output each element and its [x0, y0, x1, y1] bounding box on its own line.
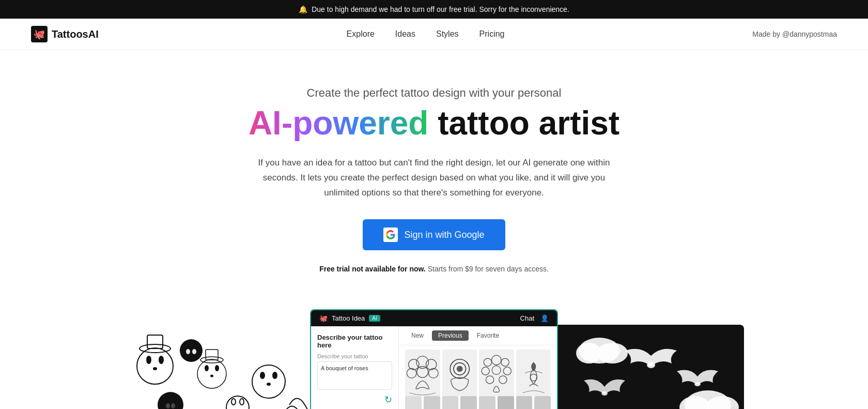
svg-point-19: [184, 341, 189, 348]
banner-text: Due to high demand we had to turn off ou…: [312, 5, 569, 13]
svg-point-47: [499, 376, 507, 384]
svg-point-54: [597, 343, 628, 363]
trial-text: Free trial not available for now. Starts…: [319, 265, 549, 273]
bats-illustration: [558, 325, 744, 409]
svg-point-41: [491, 355, 501, 365]
small-img-8[interactable]: [534, 396, 551, 409]
svg-point-33: [426, 359, 437, 370]
svg-point-42: [501, 358, 509, 366]
hero-title: AI-powered tattoo artist: [222, 105, 646, 141]
app-gallery: New Previous Favorite: [399, 326, 557, 409]
svg-point-26: [166, 403, 170, 408]
svg-point-25: [173, 396, 177, 402]
svg-point-30: [240, 399, 244, 405]
svg-point-36: [429, 369, 439, 378]
google-icon: [383, 228, 398, 242]
trial-details: Starts from $9 for seven days access.: [426, 265, 549, 273]
small-img-6[interactable]: [498, 396, 514, 409]
svg-point-5: [153, 367, 157, 370]
svg-point-22: [192, 349, 196, 354]
google-signin-label: Sign in with Google: [404, 230, 484, 240]
hero-subtitle: Create the perfect tattoo design with yo…: [222, 86, 646, 100]
svg-point-8: [197, 359, 226, 388]
bell-icon: 🔔: [299, 5, 307, 13]
svg-point-10: [215, 365, 219, 371]
tab-favorite[interactable]: Favorite: [471, 330, 505, 341]
svg-point-23: [158, 392, 183, 409]
trial-bold: Free trial not available for now.: [319, 265, 426, 273]
nav-links: Explore Ideas Styles Pricing: [347, 29, 505, 39]
svg-point-4: [159, 356, 164, 364]
svg-point-17: [267, 383, 271, 386]
nav-styles[interactable]: Styles: [436, 29, 459, 38]
svg-rect-13: [206, 350, 218, 360]
svg-point-9: [205, 365, 209, 371]
nav-ideas[interactable]: Ideas: [395, 29, 415, 38]
image-col-2[interactable]: [442, 350, 477, 396]
sidebar-input-label: Describe your tattoo: [317, 353, 392, 359]
app-sidebar: Describe your tattoo here Describe your …: [311, 326, 399, 409]
hero-title-gradient: AI-powered: [249, 104, 428, 142]
sidebar-title: Describe your tattoo here: [317, 334, 392, 349]
hero-section: Create the perfect tattoo design with yo…: [202, 50, 667, 294]
svg-point-31: [409, 359, 419, 370]
image-col-3[interactable]: [479, 350, 514, 396]
logo-text: TattoosAI: [52, 28, 99, 40]
made-by-text: Made by @dannypostmaa: [752, 30, 837, 38]
svg-text:🐙: 🐙: [34, 28, 45, 40]
app-body: Describe your tattoo here Describe your …: [311, 326, 557, 409]
svg-point-27: [171, 403, 175, 408]
google-signin-button[interactable]: Sign in with Google: [363, 219, 505, 250]
app-titlebar-right: Chat 👤: [520, 314, 549, 322]
app-titlebar-left: 🐙 Tattoo Idea AI: [319, 314, 380, 322]
chat-label: Chat: [520, 314, 534, 322]
hero-description: If you have an idea for a tattoo but can…: [253, 156, 615, 201]
tab-new[interactable]: New: [405, 330, 430, 341]
svg-point-46: [486, 376, 494, 384]
svg-point-50: [601, 391, 608, 396]
svg-point-51: [694, 382, 701, 386]
gallery-tabs: New Previous Favorite: [399, 326, 557, 345]
svg-point-28: [226, 396, 249, 409]
app-title: Tattoo Idea: [332, 314, 365, 322]
svg-point-39: [456, 366, 462, 372]
generate-icon[interactable]: ↻: [317, 394, 392, 405]
small-img-1[interactable]: [405, 396, 422, 409]
svg-point-48: [530, 374, 537, 382]
svg-point-40: [484, 358, 491, 366]
nav-explore[interactable]: Explore: [347, 29, 375, 38]
cats-illustration: [124, 325, 310, 409]
svg-point-24: [164, 396, 168, 402]
logo-icon: 🐙: [31, 26, 48, 42]
svg-point-43: [482, 367, 489, 375]
svg-point-2: [137, 348, 173, 384]
sidebar-input[interactable]: A bouquet of roses: [317, 361, 392, 390]
small-img-3[interactable]: [442, 396, 459, 409]
svg-point-29: [231, 399, 236, 405]
svg-point-3: [146, 356, 151, 364]
svg-point-18: [180, 339, 203, 362]
image-col-1[interactable]: [405, 350, 440, 396]
app-titlebar: 🐙 Tattoo Idea AI Chat 👤: [311, 310, 557, 326]
screenshot-container: 🐙 Tattoo Idea AI Chat 👤 Describe your ta…: [124, 309, 744, 409]
svg-point-11: [210, 375, 213, 377]
small-img-2[interactable]: [424, 396, 440, 409]
svg-rect-7: [147, 335, 163, 349]
app-ai-badge: AI: [369, 315, 380, 322]
image-col-4[interactable]: [516, 350, 551, 396]
tab-previous[interactable]: Previous: [432, 330, 469, 341]
small-img-4[interactable]: [460, 396, 477, 409]
small-img-5[interactable]: [479, 396, 495, 409]
logo[interactable]: 🐙 TattoosAI: [31, 26, 99, 42]
svg-point-15: [260, 372, 265, 379]
image-grid: [399, 345, 557, 396]
svg-point-44: [492, 366, 501, 375]
small-img-7[interactable]: [516, 396, 533, 409]
svg-point-35: [417, 366, 428, 377]
svg-point-14: [252, 365, 285, 398]
image-row-2: [399, 396, 557, 409]
svg-point-45: [503, 367, 511, 375]
nav-pricing[interactable]: Pricing: [479, 29, 505, 38]
user-icon[interactable]: 👤: [540, 314, 549, 322]
svg-point-21: [186, 349, 190, 354]
